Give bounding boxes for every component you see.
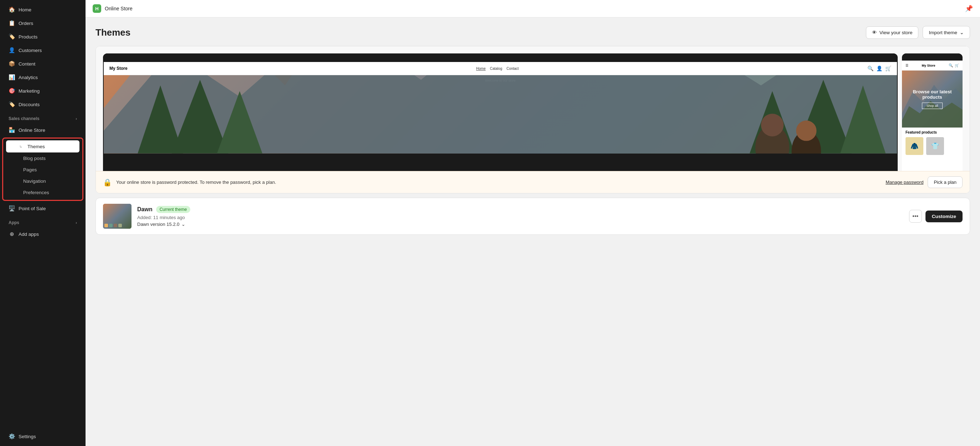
current-theme-badge: Current theme	[156, 206, 191, 213]
mobile-hero: Browse our latest products Shop all	[902, 71, 963, 127]
store-nav: Home Catalog Contact	[476, 67, 519, 71]
customize-button[interactable]: Customize	[926, 211, 963, 222]
theme-added-time: Added: 11 minutes ago	[137, 215, 904, 220]
nav-catalog-link[interactable]: Catalog	[490, 67, 502, 71]
home-icon: 🏠	[8, 6, 15, 13]
banner-actions: Manage password Pick a plan	[886, 176, 963, 188]
content-area: Themes 👁 View your store Import theme ⌄	[86, 17, 980, 446]
sidebar-item-preferences[interactable]: Preferences	[6, 187, 80, 198]
thumb-dot-4	[118, 224, 122, 227]
store-icons: 🔍 👤 🛒	[867, 65, 891, 71]
mobile-hero-btn[interactable]: Shop all	[922, 103, 943, 109]
mobile-featured-section: Featured products 🧥 👕	[902, 127, 963, 158]
manage-password-button[interactable]: Manage password	[886, 179, 923, 185]
add-apps-icon: ⊕	[8, 231, 15, 237]
sidebar-item-analytics[interactable]: 📊 Analytics	[3, 71, 83, 84]
pick-plan-button[interactable]: Pick a plan	[928, 176, 963, 188]
apps-header[interactable]: Apps ›	[0, 217, 86, 227]
theme-info: Dawn Current theme Added: 11 minutes ago…	[137, 206, 904, 227]
mobile-header: ☰ My Store 🔍 🛒	[902, 60, 963, 71]
desktop-screen: My Store Home Catalog Contact 🔍 👤 🛒	[104, 62, 897, 154]
sidebar-item-marketing[interactable]: 🎯 Marketing	[3, 84, 83, 97]
theme-more-button[interactable]: •••	[909, 210, 922, 223]
view-store-button[interactable]: 👁 View your store	[866, 26, 919, 39]
theme-actions: ••• Customize	[909, 210, 963, 223]
theme-version[interactable]: Dawn version 15.2.0 ⌄	[137, 222, 904, 227]
mobile-top-bar	[902, 54, 963, 60]
sidebar-item-products[interactable]: 🏷️ Products	[3, 30, 83, 43]
import-theme-chevron: ⌄	[960, 30, 964, 35]
search-icon: 🔍	[867, 65, 873, 71]
thumb-dot-3	[114, 224, 117, 227]
sidebar: 🏠 Home 📋 Orders 🏷️ Products 👤 Customers …	[0, 0, 86, 446]
topbar-right: 📌	[965, 5, 973, 13]
settings-icon: ⚙️	[8, 433, 15, 440]
analytics-icon: 📊	[8, 74, 15, 81]
mobile-cart-icon: 🛒	[955, 63, 959, 67]
pin-icon[interactable]: 📌	[965, 5, 973, 12]
sidebar-item-discounts[interactable]: 🏷️ Discounts	[3, 98, 83, 111]
pos-icon: 🖥️	[8, 205, 15, 212]
theme-thumbnail	[103, 204, 132, 229]
sidebar-item-orders[interactable]: 📋 Orders	[3, 17, 83, 30]
mobile-hero-title: Browse our latest products	[906, 89, 958, 100]
mobile-preview: ☰ My Store 🔍 🛒 Bro	[902, 54, 963, 171]
store-hero: Welcome to our store	[104, 75, 897, 154]
theme-list: Dawn Current theme Added: 11 minutes ago…	[95, 198, 970, 235]
marketing-icon: 🎯	[8, 87, 15, 94]
nav-contact-link[interactable]: Contact	[506, 67, 519, 71]
theme-thumbnail-overlay	[104, 224, 130, 227]
svg-point-10	[761, 114, 784, 137]
sidebar-bottom: ⚙️ Settings	[0, 427, 86, 443]
main-area: H Online Store 📌 Themes 👁 View your stor…	[86, 0, 980, 446]
desktop-top-bar	[103, 54, 898, 62]
user-icon: 👤	[876, 65, 882, 71]
mobile-store-name: My Store	[921, 64, 935, 67]
sidebar-item-blog-posts[interactable]: Blog posts	[6, 153, 80, 164]
theme-preview-card: My Store Home Catalog Contact 🔍 👤 🛒	[95, 46, 970, 194]
nav-home-link[interactable]: Home	[476, 67, 486, 71]
sidebar-item-point-of-sale[interactable]: 🖥️ Point of Sale	[3, 202, 83, 215]
sidebar-item-online-store[interactable]: 🏪 Online Store	[3, 124, 83, 136]
themes-indent-icon: ↳	[18, 143, 24, 149]
hero-landscape-svg	[104, 75, 897, 154]
import-theme-button[interactable]: Import theme ⌄	[923, 26, 970, 39]
topbar-title: Online Store	[105, 6, 132, 11]
cart-icon: 🛒	[885, 65, 891, 71]
sidebar-item-customers[interactable]: 👤 Customers	[3, 44, 83, 57]
page-header: Themes 👁 View your store Import theme ⌄	[95, 26, 970, 39]
version-chevron: ⌄	[181, 222, 185, 227]
banner-text: Your online store is password protected.…	[116, 179, 881, 185]
product-item-1: 🧥	[905, 137, 923, 155]
sidebar-item-home[interactable]: 🏠 Home	[3, 3, 83, 16]
products-icon: 🏷️	[8, 33, 15, 40]
sidebar-item-navigation[interactable]: Navigation	[6, 176, 80, 187]
sidebar-item-settings[interactable]: ⚙️ Settings	[3, 430, 83, 443]
thumb-dot-1	[104, 224, 108, 227]
mobile-hamburger-icon: ☰	[905, 64, 908, 67]
store-brand-icon: H	[93, 4, 101, 13]
store-nav-bar: My Store Home Catalog Contact 🔍 👤 🛒	[104, 62, 897, 75]
desktop-preview: My Store Home Catalog Contact 🔍 👤 🛒	[103, 54, 898, 171]
customers-icon: 👤	[8, 47, 15, 54]
header-actions: 👁 View your store Import theme ⌄	[866, 26, 970, 39]
sidebar-item-add-apps[interactable]: ⊕ Add apps	[3, 228, 83, 240]
sales-channels-chevron: ›	[76, 116, 77, 121]
mobile-screen: ☰ My Store 🔍 🛒 Bro	[902, 60, 963, 171]
online-store-icon: 🏪	[8, 127, 15, 133]
lock-icon: 🔒	[103, 178, 112, 187]
preview-screens: My Store Home Catalog Contact 🔍 👤 🛒	[96, 46, 970, 171]
page-title: Themes	[95, 27, 130, 38]
product-item-2: 👕	[926, 137, 944, 155]
theme-name-row: Dawn Current theme	[137, 206, 904, 213]
theme-name: Dawn	[137, 206, 153, 213]
apps-chevron: ›	[76, 221, 77, 225]
discounts-icon: 🏷️	[8, 101, 15, 108]
mobile-products-list: 🧥 👕	[905, 137, 959, 155]
featured-products-title: Featured products	[905, 130, 959, 134]
sidebar-item-content[interactable]: 📦 Content	[3, 57, 83, 70]
sidebar-item-themes[interactable]: ↳ Themes	[6, 140, 80, 152]
sales-channels-header[interactable]: Sales channels ›	[0, 113, 86, 123]
sidebar-item-pages[interactable]: Pages	[6, 164, 80, 175]
content-icon: 📦	[8, 60, 15, 67]
